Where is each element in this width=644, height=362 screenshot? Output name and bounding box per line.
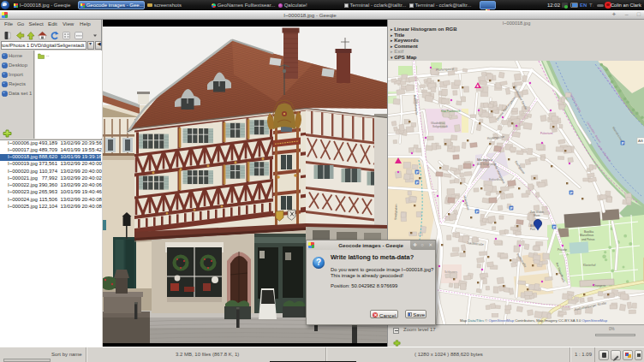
svg-text:Klosterhof: Klosterhof bbox=[583, 264, 595, 267]
svg-text:Marcellinus: Marcellinus bbox=[580, 234, 594, 237]
svg-text:Stadtgraben: Stadtgraben bbox=[394, 204, 398, 220]
svg-text:P: P bbox=[622, 140, 624, 145]
svg-text:Basilika: Basilika bbox=[584, 230, 593, 234]
svg-text:Klaa Frankreisch: Klaa Frankreisch bbox=[441, 110, 461, 113]
svg-text:Orangerie: Orangerie bbox=[593, 284, 605, 288]
svg-text:Mann: Mann bbox=[534, 214, 540, 217]
svg-text:Glaabsbrau: Glaabsbrau bbox=[431, 122, 445, 125]
svg-text:AB: AB bbox=[638, 139, 643, 143]
svg-text:P: P bbox=[570, 190, 573, 194]
svg-text:P: P bbox=[416, 169, 419, 174]
svg-text:Schleuners: Schleuners bbox=[444, 270, 458, 274]
svg-text:Post: Post bbox=[530, 228, 535, 231]
svg-text:Prälatur: Prälatur bbox=[558, 248, 568, 252]
svg-text:und Petrus: und Petrus bbox=[581, 237, 595, 240]
svg-text:Marktplatz: Marktplatz bbox=[477, 157, 492, 162]
svg-text:Map Data/Tiles © OpenStreetMap: Map Data/Tiles © OpenStreetMap Contribut… bbox=[460, 317, 608, 322]
svg-text:P: P bbox=[416, 180, 419, 184]
svg-text:Seligenstadt: Seligenstadt bbox=[432, 125, 448, 128]
svg-text:P: P bbox=[476, 209, 479, 213]
svg-text:Einhardhaus: Einhardhaus bbox=[489, 178, 504, 181]
svg-text:Pulverturm: Pulverturm bbox=[540, 132, 553, 135]
svg-text:P: P bbox=[553, 224, 556, 228]
svg-text:P: P bbox=[510, 205, 513, 210]
